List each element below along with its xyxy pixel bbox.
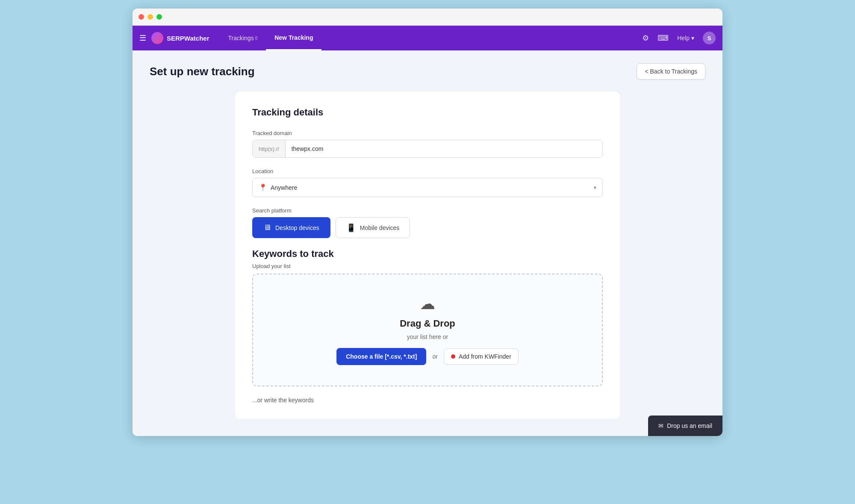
location-select[interactable]: 📍 Anywhere ▾ <box>252 178 603 197</box>
menu-icon[interactable]: ☰ <box>139 33 146 43</box>
logo-icon <box>151 32 163 44</box>
mobile-label: Mobile devices <box>360 224 400 231</box>
back-to-trackings-button[interactable]: < Back to Trackings <box>637 63 705 80</box>
domain-input-wrapper: http(s):// <box>252 140 603 158</box>
upload-cloud-icon: ☁ <box>262 295 593 313</box>
drag-drop-title: Drag & Drop <box>400 318 455 329</box>
location-select-inner: 📍 Anywhere <box>259 183 590 192</box>
help-label: Help <box>677 35 690 41</box>
choose-file-button[interactable]: Choose a file [*.csv, *.txt] <box>336 348 426 365</box>
mobile-platform-button[interactable]: 📱 Mobile devices <box>336 217 410 238</box>
search-platform-group: Search platform 🖥 Desktop devices 📱 Mobi… <box>252 207 603 238</box>
upload-field-group: Upload your list ☁ Drag & Drop your list… <box>252 263 603 386</box>
keyboard-icon[interactable]: ⌨ <box>657 33 669 43</box>
user-avatar[interactable]: S <box>703 32 716 44</box>
tab-trackings-label: Trackings <box>228 35 254 41</box>
write-keywords-label: ...or write the keywords <box>252 397 603 404</box>
minimize-dot[interactable] <box>147 14 153 20</box>
form-card: Tracking details Tracked domain http(s):… <box>235 91 620 419</box>
kwfinder-dot-icon <box>451 354 455 359</box>
location-field-group: Location 📍 Anywhere ▾ <box>252 168 603 197</box>
browser-window: ☰ SERPWatcher Trackings0 New Tracking ⚙ … <box>133 9 722 436</box>
maximize-dot[interactable] <box>156 14 162 20</box>
location-label: Location <box>252 168 603 174</box>
search-platform-label: Search platform <box>252 207 603 214</box>
dropzone[interactable]: ☁ Drag & Drop your list here or Choose a… <box>252 274 603 386</box>
desktop-icon: 🖥 <box>263 223 271 232</box>
drop-email-button[interactable]: ✉ Drop us an email <box>648 416 722 436</box>
nav-right: ⚙ ⌨ Help ▾ S <box>642 32 716 44</box>
page-title: Set up new tracking <box>150 65 255 78</box>
title-bar <box>133 9 722 26</box>
tracking-details-title: Tracking details <box>252 107 603 118</box>
drop-actions: Choose a file [*.csv, *.txt] or Add from… <box>262 348 593 365</box>
location-pin-icon: 📍 <box>259 183 267 192</box>
page-header: Set up new tracking < Back to Trackings <box>150 63 705 80</box>
tab-trackings[interactable]: Trackings0 <box>219 26 266 50</box>
tab-new-tracking-label: New Tracking <box>274 34 313 41</box>
email-icon: ✉ <box>658 422 663 429</box>
nav-logo[interactable]: SERPWatcher <box>151 32 209 44</box>
kwfinder-button[interactable]: Add from KWFinder <box>444 348 519 365</box>
help-menu[interactable]: Help ▾ <box>677 35 694 41</box>
location-value: Anywhere <box>271 184 297 191</box>
upload-label: Upload your list <box>252 263 603 269</box>
settings-icon[interactable]: ⚙ <box>642 33 649 43</box>
mobile-icon: 📱 <box>346 223 356 233</box>
close-dot[interactable] <box>139 14 144 20</box>
page-content: Set up new tracking < Back to Trackings … <box>133 50 722 436</box>
tab-new-tracking[interactable]: New Tracking <box>266 26 321 50</box>
drop-email-label: Drop us an email <box>667 422 712 429</box>
or-text: or <box>432 353 437 360</box>
platform-buttons: 🖥 Desktop devices 📱 Mobile devices <box>252 217 603 238</box>
domain-field-group: Tracked domain http(s):// <box>252 130 603 158</box>
desktop-platform-button[interactable]: 🖥 Desktop devices <box>252 217 330 238</box>
tab-trackings-badge: 0 <box>255 36 258 41</box>
nav-tabs: Trackings0 New Tracking <box>219 26 321 50</box>
logo-text: SERPWatcher <box>167 35 209 42</box>
desktop-label: Desktop devices <box>275 224 319 231</box>
kwfinder-label: Add from KWFinder <box>459 353 511 360</box>
help-chevron-icon: ▾ <box>691 35 694 41</box>
keywords-title: Keywords to track <box>252 248 603 259</box>
location-chevron-icon: ▾ <box>594 185 596 191</box>
drag-drop-subtitle: your list here or <box>262 333 593 340</box>
navbar: ☰ SERPWatcher Trackings0 New Tracking ⚙ … <box>133 26 722 50</box>
domain-prefix: http(s):// <box>253 140 286 157</box>
domain-input[interactable] <box>286 140 602 157</box>
domain-label: Tracked domain <box>252 130 603 136</box>
